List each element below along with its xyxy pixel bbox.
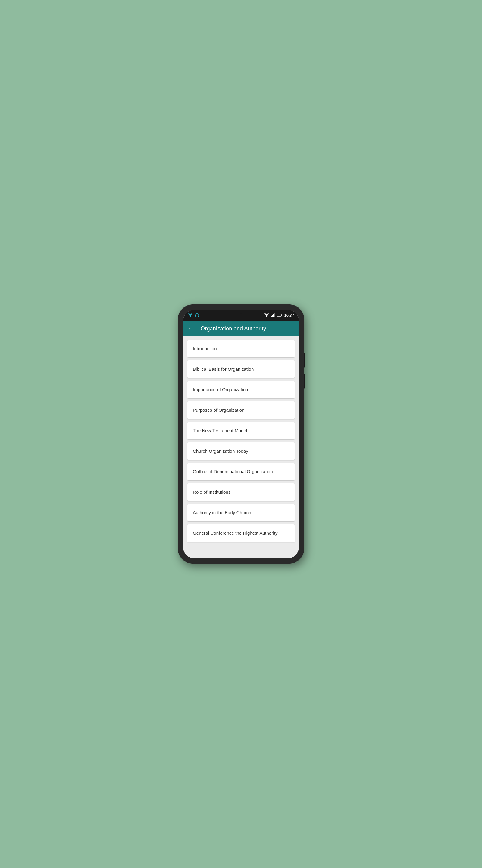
wifi-icon bbox=[188, 313, 193, 317]
svg-rect-2 bbox=[273, 314, 274, 317]
svg-rect-1 bbox=[272, 315, 273, 317]
list-item-importance[interactable]: Importance of Organization bbox=[187, 381, 295, 398]
list-item-biblical-basis[interactable]: Biblical Basis for Organization bbox=[187, 361, 295, 378]
list-item-importance-label: Importance of Organization bbox=[193, 387, 248, 392]
list-item-introduction[interactable]: Introduction bbox=[187, 340, 295, 358]
phone-camera bbox=[238, 313, 244, 318]
phone-device: 10:37 ← Organization and Authority Intro… bbox=[178, 304, 304, 564]
status-right-icons: 10:37 bbox=[264, 313, 294, 318]
app-bar: ← Organization and Authority bbox=[183, 321, 299, 336]
battery-icon bbox=[277, 313, 282, 317]
list-item-outline-denominational-label: Outline of Denominational Organization bbox=[193, 469, 273, 474]
back-button[interactable]: ← bbox=[188, 325, 195, 332]
phone-volume-button-2 bbox=[304, 374, 306, 389]
headphone-icon bbox=[195, 313, 199, 317]
list-item-role-institutions-label: Role of Institutions bbox=[193, 490, 230, 495]
list-item-new-testament-label: The New Testament Model bbox=[193, 428, 247, 433]
phone-screen: 10:37 ← Organization and Authority Intro… bbox=[183, 310, 299, 558]
content-area: Introduction Biblical Basis for Organiza… bbox=[183, 336, 299, 558]
list-item-church-today-label: Church Organization Today bbox=[193, 448, 248, 454]
wifi-filled-icon bbox=[264, 313, 269, 317]
list-item-biblical-basis-label: Biblical Basis for Organization bbox=[193, 367, 254, 372]
list-item-general-conference-label: General Conference the Highest Authority bbox=[193, 530, 278, 535]
list-item-purposes[interactable]: Purposes of Organization bbox=[187, 401, 295, 419]
phone-volume-button-1 bbox=[304, 352, 306, 368]
list-item-outline-denominational[interactable]: Outline of Denominational Organization bbox=[187, 463, 295, 480]
phone-speaker bbox=[232, 311, 250, 313]
list-item-authority-early-church-label: Authority in the Early Church bbox=[193, 510, 251, 515]
app-bar-title: Organization and Authority bbox=[201, 326, 266, 332]
list-item-authority-early-church[interactable]: Authority in the Early Church bbox=[187, 504, 295, 521]
list-item-introduction-label: Introduction bbox=[193, 346, 217, 351]
time-display: 10:37 bbox=[284, 313, 294, 318]
list-item-general-conference[interactable]: General Conference the Highest Authority bbox=[187, 524, 295, 542]
svg-rect-3 bbox=[275, 313, 275, 317]
svg-rect-0 bbox=[271, 316, 272, 317]
svg-rect-4 bbox=[277, 314, 281, 316]
svg-rect-5 bbox=[282, 315, 282, 316]
status-left-icons bbox=[188, 313, 199, 317]
signal-icon bbox=[271, 313, 275, 317]
list-item-church-today[interactable]: Church Organization Today bbox=[187, 442, 295, 460]
list-item-new-testament[interactable]: The New Testament Model bbox=[187, 422, 295, 439]
list-item-role-institutions[interactable]: Role of Institutions bbox=[187, 484, 295, 501]
list-item-purposes-label: Purposes of Organization bbox=[193, 407, 245, 412]
